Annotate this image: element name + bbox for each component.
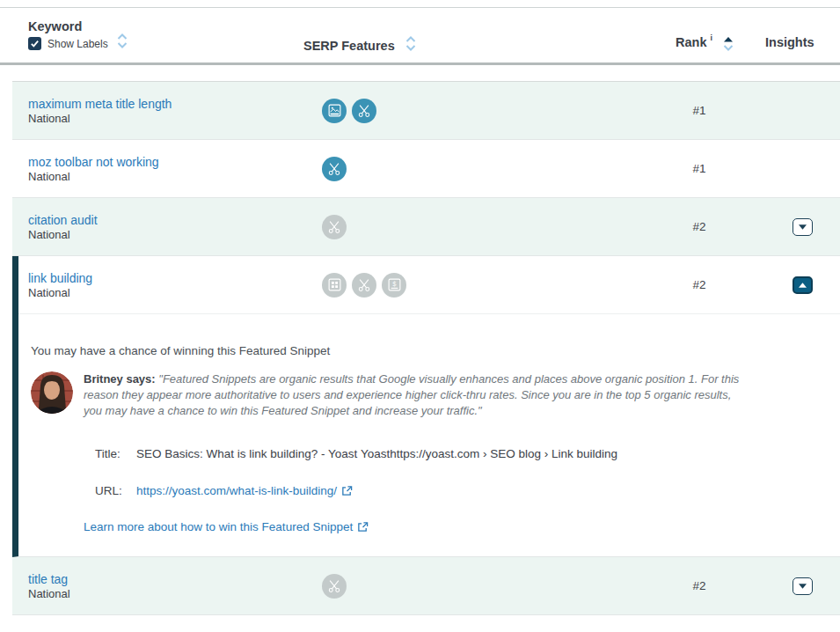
- keyword-header-label: Keyword: [28, 19, 108, 33]
- sort-icon: [405, 35, 417, 52]
- serp-features-header-label: SERP Features: [303, 39, 395, 53]
- table-row: citation audit National #2: [12, 198, 840, 256]
- keyword-column-header: Keyword Show Labels: [28, 19, 108, 50]
- rank-value: #1: [634, 104, 764, 117]
- rank-column-header: Rank i: [676, 35, 734, 55]
- caret-up-icon: [799, 283, 807, 288]
- adwords-icon: $: [382, 273, 406, 298]
- rank-info-icon[interactable]: i: [710, 33, 712, 42]
- keyword-link[interactable]: moz toolbar not working: [28, 155, 310, 169]
- keyword-link[interactable]: maximum meta title length: [28, 97, 310, 111]
- keyword-scope: National: [28, 228, 310, 241]
- show-labels-label: Show Labels: [47, 38, 108, 50]
- keyword-link[interactable]: citation audit: [28, 213, 310, 227]
- keyword-scope: National: [28, 286, 310, 299]
- insights-expand-button[interactable]: [793, 577, 813, 595]
- sort-icon: [116, 33, 128, 49]
- expanded-row-group: link building National: [12, 256, 840, 557]
- featured-snippet-icon: [322, 574, 347, 599]
- external-link-icon: [341, 485, 353, 496]
- keyword-link[interactable]: title tag: [28, 572, 310, 586]
- show-labels-checkbox[interactable]: [28, 37, 41, 50]
- keyword-link[interactable]: link building: [28, 271, 310, 285]
- serp-features-sort-button[interactable]: [405, 35, 417, 55]
- keyword-scope: National: [28, 587, 310, 600]
- insight-heading: You may have a chance of winning this Fe…: [31, 344, 819, 357]
- featured-snippet-icon: [322, 215, 347, 239]
- rank-value: #2: [634, 579, 764, 592]
- featured-snippet-icon: [352, 99, 376, 123]
- learn-more-link[interactable]: Learn more about how to win this Feature…: [84, 520, 369, 533]
- title-label: Title:: [95, 447, 130, 460]
- keyword-scope: National: [28, 170, 310, 183]
- caret-down-icon: [799, 224, 807, 230]
- checkmark-icon: [30, 39, 40, 48]
- external-link-icon: [357, 521, 369, 533]
- insights-collapse-button[interactable]: [793, 276, 813, 294]
- caret-down-icon: [799, 584, 807, 589]
- insight-author: Britney says:: [84, 372, 156, 386]
- keyword-scope: National: [28, 112, 310, 125]
- related-questions-icon: [322, 273, 347, 298]
- url-link-text: https://yoast.com/what-is-link-building/: [136, 484, 337, 497]
- learn-more-link-text: Learn more about how to win this Feature…: [84, 520, 353, 533]
- rank-header-label: Rank: [676, 35, 706, 49]
- keyword-sort-button[interactable]: [116, 33, 128, 53]
- serp-features-column-header: SERP Features: [303, 35, 417, 55]
- table-header: Keyword Show Labels SERP Features Rank i: [0, 8, 840, 65]
- insights-column-header: Insights: [765, 35, 814, 49]
- table-row: maximum meta title length National: [12, 82, 840, 140]
- table-row: title tag National #2: [12, 557, 840, 615]
- title-value: SEO Basics: What is link building? - Yoa…: [136, 447, 617, 460]
- featured-snippet-icon: [352, 273, 376, 298]
- url-label: URL:: [95, 484, 130, 497]
- featured-snippet-icon: [322, 157, 347, 181]
- table-row: link building National: [18, 256, 840, 314]
- sort-icon-active-ascending: [722, 35, 734, 52]
- insights-expand-button[interactable]: [793, 218, 813, 236]
- insight-quote: "Featured Snippets are organic results t…: [84, 372, 739, 417]
- url-link[interactable]: https://yoast.com/what-is-link-building/: [136, 484, 353, 497]
- rank-value: #2: [634, 220, 764, 233]
- rank-value: #2: [634, 278, 764, 291]
- featured-snippet-insight-panel: You may have a chance of winning this Fe…: [18, 314, 840, 556]
- avatar: [31, 371, 73, 414]
- rank-value: #1: [634, 162, 764, 175]
- rank-sort-button[interactable]: [722, 35, 734, 55]
- image-pack-icon: [322, 99, 347, 123]
- keyword-table: maximum meta title length National: [12, 81, 840, 615]
- svg-text:$: $: [392, 280, 397, 288]
- table-row: moz toolbar not working National #1: [12, 140, 840, 198]
